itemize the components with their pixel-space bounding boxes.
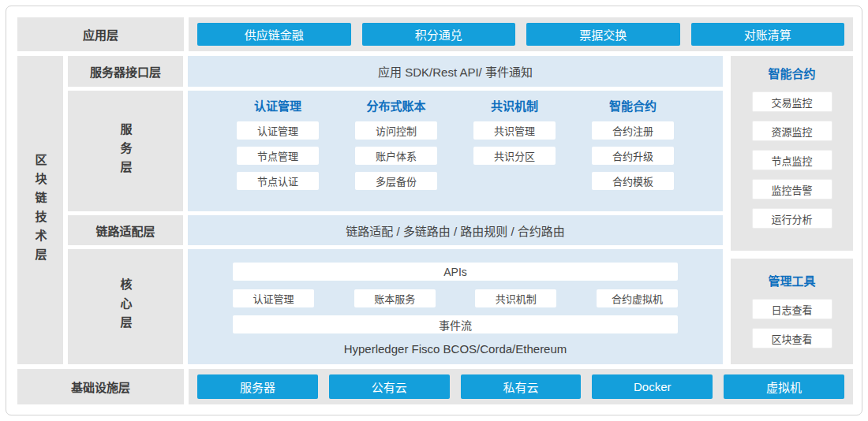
side-panel-item: 节点监控	[752, 150, 832, 170]
infrastructure-layer-strip: 服务器 公有云 私有云 Docker 虚拟机	[189, 369, 853, 404]
side-panels-column: 智能合约 交易监控 资源监控 节点监控 监控告警 运行分析 管理工具 日志查看 …	[731, 56, 853, 364]
service-column-consensus-mechanism: 共识机制 共识管理 共识分区	[455, 91, 574, 211]
layer-content-column: 应用 SDK/Rest API/ 事件通知 认证管理 认证管理 节点管理 节点认…	[188, 56, 723, 364]
side-panel-item: 区块查看	[752, 328, 832, 348]
app-button-points-exchange: 积分通兑	[362, 23, 516, 46]
blockchain-tech-layer-label: 区块链技术层	[17, 56, 63, 364]
service-item: 合约模板	[592, 172, 674, 190]
service-item: 多层备份	[355, 172, 437, 190]
core-module: 共识机制	[475, 289, 556, 307]
service-item: 节点管理	[237, 147, 319, 165]
core-layer-label: 核心层	[68, 249, 183, 364]
interface-layer-content: 应用 SDK/Rest API/ 事件通知	[188, 56, 723, 87]
core-layer-content: APIs 认证管理 账本服务 共识机制 合约虚拟机 事件流 Hyperledge…	[233, 249, 678, 356]
core-layer-label-text: 核心层	[120, 278, 132, 335]
platforms-text: Hyperledger Fisco BCOS/Corda/Ethereum	[233, 342, 678, 356]
service-column-header: 分布式账本	[366, 99, 425, 114]
adapter-layer-content: 链路适配 / 多链路由 / 路由规则 / 合约路由	[188, 215, 723, 245]
side-panel-item: 资源监控	[752, 121, 832, 141]
side-panel-smart-contract-monitoring: 智能合约 交易监控 资源监控 节点监控 监控告警 运行分析	[731, 56, 853, 251]
app-button-bill-exchange: 票据交换	[526, 23, 680, 46]
application-layer-strip: 供应链金融 积分通兑 票据交换 对账清算	[189, 17, 853, 51]
service-item: 共识管理	[473, 121, 556, 140]
core-module: 认证管理	[233, 289, 314, 307]
infra-button-docker: Docker	[592, 374, 713, 399]
service-column-header: 智能合约	[609, 99, 657, 114]
service-item: 合约升级	[592, 147, 674, 165]
service-item: 合约注册	[592, 121, 674, 140]
blockchain-tech-layer-label-text: 区块链技术层	[35, 154, 47, 267]
application-layer-label: 应用层	[17, 17, 184, 51]
service-columns: 认证管理 认证管理 节点管理 节点认证 分布式账本 访问控制 账户体系 多层备份…	[219, 91, 692, 211]
side-panel-item: 日志查看	[752, 299, 832, 319]
service-column-header: 认证管理	[254, 99, 301, 114]
side-panel-header: 管理工具	[768, 272, 815, 290]
event-stream-bar: 事件流	[233, 315, 678, 333]
side-panel-item: 监控告警	[752, 179, 832, 199]
app-button-reconciliation-clearing: 对账清算	[691, 23, 845, 46]
service-column-header: 共识机制	[491, 99, 538, 114]
infra-button-server: 服务器	[197, 374, 318, 399]
infrastructure-layer-row: 基础设施层 服务器 公有云 私有云 Docker 虚拟机	[17, 369, 853, 404]
blockchain-tech-layer-band: 区块链技术层 服务器接口层 服务层 链路适配层 核心层 应用 SDK/Rest …	[17, 56, 853, 364]
service-layer-panel: 认证管理 认证管理 节点管理 节点认证 分布式账本 访问控制 账户体系 多层备份…	[188, 91, 723, 211]
service-item: 共识分区	[473, 147, 556, 165]
infrastructure-layer-label: 基础设施层	[17, 369, 184, 404]
service-column-smart-contract: 智能合约 合约注册 合约升级 合约模板	[574, 91, 692, 211]
interface-layer-label: 服务器接口层	[68, 56, 183, 87]
core-module: 合约虚拟机	[597, 289, 678, 307]
service-layer-label: 服务层	[68, 91, 183, 211]
blockchain-architecture-diagram: 应用层 供应链金融 积分通兑 票据交换 对账清算 区块链技术层 服务器接口层 服…	[0, 0, 868, 421]
service-layer-label-text: 服务层	[120, 123, 132, 180]
service-item: 账户体系	[355, 147, 437, 165]
infra-button-virtual-machine: 虚拟机	[724, 374, 844, 399]
service-item: 节点认证	[237, 172, 319, 190]
core-module: 账本服务	[354, 289, 436, 307]
core-layer-panel: APIs 认证管理 账本服务 共识机制 合约虚拟机 事件流 Hyperledge…	[188, 249, 723, 364]
adapter-layer-label: 链路适配层	[68, 215, 183, 245]
core-modules-row: 认证管理 账本服务 共识机制 合约虚拟机	[233, 289, 678, 307]
infra-button-public-cloud: 公有云	[329, 374, 450, 399]
service-column-auth-management: 认证管理 认证管理 节点管理 节点认证	[219, 91, 337, 211]
side-panel-item: 交易监控	[752, 91, 832, 112]
side-panel-header: 智能合约	[768, 65, 815, 83]
infra-button-private-cloud: 私有云	[461, 374, 582, 399]
service-column-distributed-ledger: 分布式账本 访问控制 账户体系 多层备份	[337, 91, 455, 211]
apis-bar: APIs	[233, 263, 678, 281]
service-item: 认证管理	[237, 121, 319, 140]
application-layer-row: 应用层 供应链金融 积分通兑 票据交换 对账清算	[17, 17, 853, 51]
service-item: 访问控制	[355, 121, 437, 140]
layer-labels-column: 服务器接口层 服务层 链路适配层 核心层	[68, 56, 183, 364]
app-button-supply-chain-finance: 供应链金融	[197, 23, 351, 46]
side-panel-management-tools: 管理工具 日志查看 区块查看	[731, 259, 853, 364]
side-panel-item: 运行分析	[752, 208, 832, 229]
